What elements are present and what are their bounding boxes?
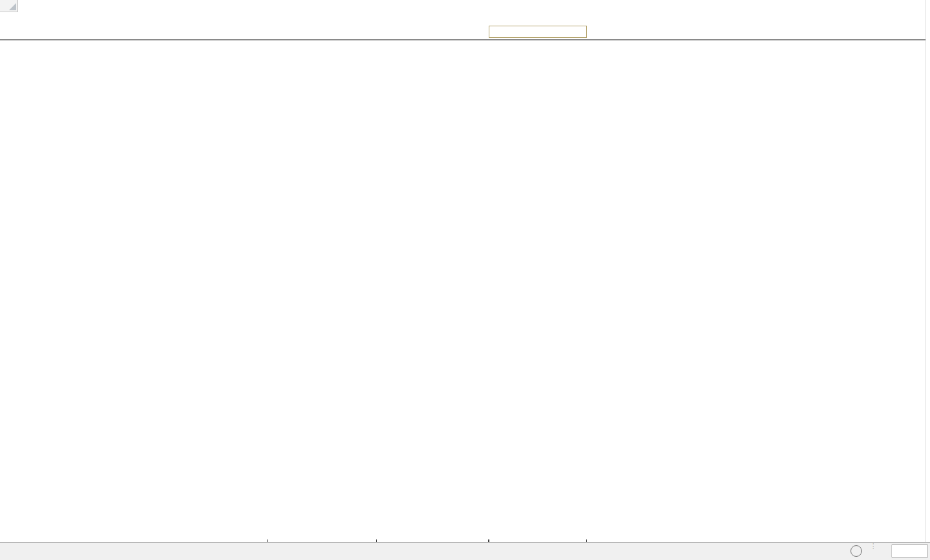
table1-header-rename	[267, 90, 374, 116]
table2-header-related	[376, 232, 489, 244]
sheet-right-edge	[926, 0, 926, 542]
opex-header-yearly	[376, 386, 489, 411]
table1-header-per-m2	[489, 90, 583, 116]
fill-instruction	[590, 26, 795, 39]
currency-note	[267, 26, 374, 39]
table2-header-label	[26, 232, 264, 244]
section6-banner	[26, 361, 854, 372]
spreadsheet-window: ⋮	[0, 0, 930, 560]
horizontal-scrollbar-thumb[interactable]	[892, 544, 928, 558]
page-title	[26, 26, 264, 39]
tab-navigation	[0, 543, 51, 560]
new-sheet-button[interactable]	[850, 545, 862, 557]
table1-header-crops	[587, 90, 688, 116]
sheet-tab-bar	[0, 542, 930, 560]
table1-header-total	[689, 90, 781, 116]
opex-header-start	[267, 386, 376, 411]
yellow-input-cell[interactable]	[489, 26, 587, 38]
tab-splitter-handle[interactable]: ⋮	[870, 544, 877, 548]
opex-hint	[26, 411, 264, 424]
opex-header-increase	[489, 386, 587, 411]
table1-header-label	[26, 90, 264, 116]
table1-header-related	[376, 90, 489, 116]
table2-header-rename	[267, 232, 374, 244]
section5-banner	[26, 40, 854, 52]
select-all-corner[interactable]	[0, 0, 18, 12]
table2-header-pct	[489, 232, 583, 244]
